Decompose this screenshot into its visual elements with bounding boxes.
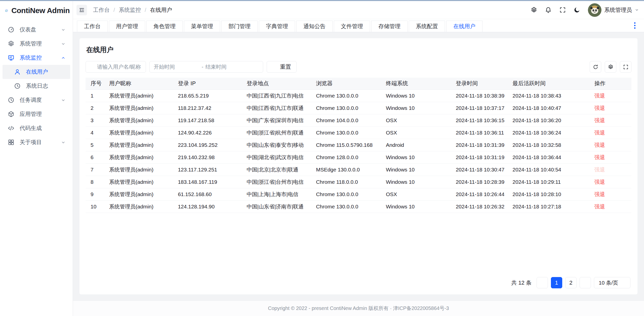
- pagination-next-button[interactable]: [580, 277, 591, 288]
- tab-文件管理[interactable]: 文件管理: [334, 21, 370, 32]
- search-field[interactable]: [86, 61, 146, 73]
- tab-系统配置[interactable]: 系统配置: [409, 21, 445, 32]
- force-logout-link[interactable]: 强退: [594, 130, 605, 136]
- cell-ip: 124.90.42.226: [173, 126, 242, 139]
- cell-nickname: 系统管理员(admin): [104, 139, 173, 151]
- reset-button[interactable]: 重置: [267, 61, 297, 73]
- cell-location: 中国|湖北省|武汉市|电信: [242, 151, 311, 163]
- refresh-table-button[interactable]: [590, 61, 601, 73]
- force-logout-link[interactable]: 强退: [594, 191, 605, 197]
- cell-login-time: 2024-11-18 10:31:39: [451, 139, 508, 151]
- cell-nickname: 系统管理员(admin): [104, 200, 173, 213]
- sidebar-menu: 仪表盘系统管理系统监控在线用户系统日志任务调度应用管理代码生成关于项目: [0, 20, 73, 149]
- sidebar-collapse-button[interactable]: [76, 5, 87, 15]
- sidebar-item-user[interactable]: 在线用户: [3, 65, 70, 79]
- column-header: 登录 IP: [173, 78, 242, 89]
- table-fullscreen-button[interactable]: [620, 61, 631, 73]
- sidebar-item-monitor[interactable]: 系统监控: [3, 51, 70, 65]
- sidebar-item-gear[interactable]: 系统管理: [3, 37, 70, 51]
- force-logout-link[interactable]: 强退: [594, 117, 605, 123]
- cell-login-time: 2024-11-18 10:26:44: [451, 188, 508, 200]
- force-logout-link[interactable]: 强退: [594, 93, 605, 99]
- force-logout-link: 强退: [594, 167, 605, 172]
- sidebar-item-code[interactable]: 代码生成: [3, 121, 70, 135]
- tab-角色管理[interactable]: 角色管理: [146, 21, 183, 32]
- tab-菜单管理[interactable]: 菜单管理: [184, 21, 220, 32]
- fullscreen-icon[interactable]: [559, 7, 566, 13]
- pagination-page-1[interactable]: 1: [551, 277, 562, 288]
- search-input[interactable]: [97, 64, 142, 70]
- sidebar-item-cube[interactable]: 应用管理: [3, 107, 70, 121]
- pagination-page-2[interactable]: 2: [565, 277, 577, 288]
- tab-字典管理[interactable]: 字典管理: [259, 21, 295, 32]
- notifications-icon[interactable]: [545, 7, 552, 13]
- cell-actions: 强退: [589, 163, 631, 176]
- cell-nickname: 系统管理员(admin): [104, 114, 173, 126]
- table-row: 3系统管理员(admin)119.147.218.58中国|广东省|深圳市|电信…: [86, 114, 631, 126]
- cell-index: 5: [86, 139, 104, 151]
- chevron-down-icon: [623, 281, 626, 285]
- cell-index: 7: [86, 163, 104, 176]
- cell-last-active: 2024-11-18 10:32:58: [507, 139, 589, 151]
- sidebar-item-label: 系统管理: [20, 40, 61, 48]
- cell-index: 4: [86, 126, 104, 139]
- force-logout-link[interactable]: 强退: [594, 179, 605, 185]
- cell-index: 3: [86, 114, 104, 126]
- chevron-down-icon: [61, 98, 66, 103]
- cell-browser: Chrome 130.0.0.0: [311, 200, 381, 213]
- force-logout-link[interactable]: 强退: [594, 105, 605, 111]
- cell-index: 8: [86, 176, 104, 188]
- cell-browser: Chrome 130.0.0.0: [311, 188, 381, 200]
- cell-nickname: 系统管理员(admin): [104, 151, 173, 163]
- filter-toolbar: 开始时间 - 结束时间 重置: [86, 61, 631, 73]
- sidebar-item-label: 任务调度: [20, 96, 61, 104]
- online-users-table-wrap: 序号用户昵称登录 IP登录地点浏览器终端系统登录时间最后活跃时间操作 1系统管理…: [86, 78, 631, 213]
- date-start-placeholder: 开始时间: [154, 63, 200, 70]
- cell-browser: Chrome 115.0.5790.168: [311, 139, 381, 151]
- breadcrumb-item[interactable]: 系统监控: [119, 6, 141, 14]
- cell-index: 2: [86, 102, 104, 114]
- tab-存储管理[interactable]: 存储管理: [371, 21, 408, 32]
- cell-os: OSX: [381, 126, 451, 139]
- cell-ip: 183.148.167.119: [173, 176, 242, 188]
- cell-actions: 强退: [589, 89, 631, 102]
- page-size-select[interactable]: 10 条/页: [594, 277, 630, 288]
- cell-browser: Chrome 104.0.0.0: [311, 114, 381, 126]
- dark-mode-icon[interactable]: [574, 7, 580, 13]
- breadcrumb-item[interactable]: 工作台: [93, 6, 110, 14]
- tab-用户管理[interactable]: 用户管理: [109, 21, 145, 32]
- cell-location: 中国|上海|上海市|电信: [242, 188, 311, 200]
- table-row: 8系统管理员(admin)183.148.167.119中国|浙江省|台州市|电…: [86, 176, 631, 188]
- date-range-picker[interactable]: 开始时间 - 结束时间: [149, 61, 263, 73]
- tab-在线用户[interactable]: 在线用户: [446, 21, 482, 32]
- tab-部门管理[interactable]: 部门管理: [221, 21, 258, 32]
- cell-location: 中国|山东省|济南市|联通: [242, 200, 311, 213]
- date-end-placeholder: 结束时间: [206, 63, 252, 70]
- column-header: 操作: [589, 78, 631, 89]
- user-menu[interactable]: 系统管理员: [588, 3, 639, 17]
- sidebar-item-label: 系统日志: [26, 82, 66, 90]
- chevron-right-icon: [583, 281, 587, 285]
- force-logout-link[interactable]: 强退: [594, 142, 605, 148]
- cell-location: 中国|北京|北京市|联通: [242, 163, 311, 176]
- grid-icon: [8, 139, 15, 146]
- cell-browser: Chrome 130.0.0.0: [311, 126, 381, 139]
- sidebar-item-grid[interactable]: 关于项目: [3, 135, 70, 149]
- force-logout-link[interactable]: 强退: [594, 154, 605, 160]
- table-row: 7系统管理员(admin)123.117.129.251中国|北京|北京市|联通…: [86, 163, 631, 176]
- sidebar: ContiNew Admin 仪表盘系统管理系统监控在线用户系统日志任务调度应用…: [0, 1, 73, 316]
- pagination-prev-button[interactable]: [537, 277, 548, 288]
- column-settings-button[interactable]: [605, 61, 616, 73]
- sidebar-item-history[interactable]: 系统日志: [3, 79, 70, 93]
- settings-icon[interactable]: [531, 7, 537, 13]
- cell-last-active: 2024-11-18 10:36:24: [507, 126, 589, 139]
- cell-location: 中国|浙江省|台州市|电信: [242, 176, 311, 188]
- tabs-more-button[interactable]: [632, 20, 637, 31]
- column-header: 最后活跃时间: [507, 78, 589, 89]
- sidebar-item-dashboard[interactable]: 仪表盘: [3, 23, 70, 37]
- tab-工作台[interactable]: 工作台: [77, 21, 108, 32]
- cell-location: 中国|山东省|泰安市|移动: [242, 139, 311, 151]
- force-logout-link[interactable]: 强退: [594, 204, 605, 209]
- tab-通知公告[interactable]: 通知公告: [296, 21, 333, 32]
- sidebar-item-clock[interactable]: 任务调度: [3, 93, 70, 107]
